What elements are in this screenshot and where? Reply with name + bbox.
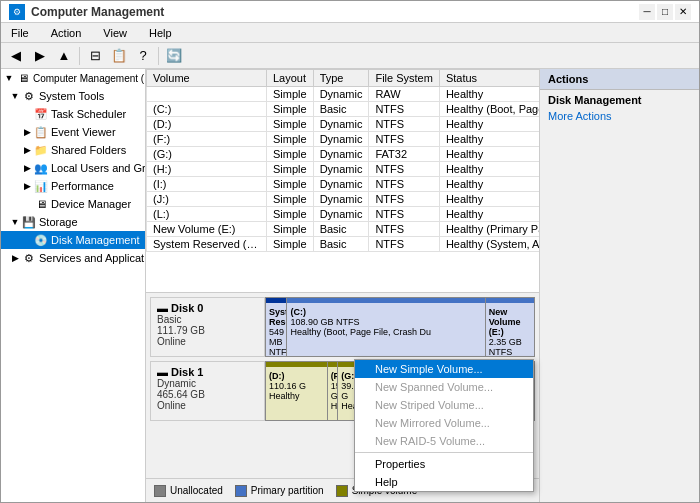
sidebar-item-system-tools[interactable]: ▼ ⚙ System Tools [1, 87, 145, 105]
table-row[interactable]: (J:)SimpleDynamicNTFSHealthy [147, 192, 540, 207]
table-row[interactable]: New Volume (E:)SimpleBasicNTFSHealthy (P… [147, 222, 540, 237]
col-type[interactable]: Type [313, 70, 369, 87]
shared-folders-icon: 📁 [33, 142, 49, 158]
tree-toggle[interactable]: ▶ [21, 180, 33, 192]
minimize-button[interactable]: ─ [639, 4, 655, 20]
sidebar-item-local-users[interactable]: ▶ 👥 Local Users and Groups [1, 159, 145, 177]
legend-primary-label: Primary partition [251, 485, 324, 496]
tree-toggle[interactable]: ▼ [9, 90, 21, 102]
context-menu: New Simple Volume... New Spanned Volume.… [354, 359, 534, 492]
legend-unallocated-label: Unallocated [170, 485, 223, 496]
context-menu-new-simple[interactable]: New Simple Volume... [355, 360, 533, 378]
sidebar-item-storage[interactable]: ▼ 💾 Storage [1, 213, 145, 231]
context-menu-separator [355, 452, 533, 453]
cell-status-1: Healthy (Boot, Page File, Crash Dump, Pr… [439, 102, 539, 117]
toolbar-properties[interactable]: 📋 [108, 45, 130, 67]
actions-header: Actions [540, 69, 699, 90]
table-row[interactable]: (G:)SimpleDynamicFAT32Healthy [147, 147, 540, 162]
partition-d-size: 110.16 G [269, 381, 324, 391]
context-menu-new-mirrored[interactable]: New Mirrored Volume... [355, 414, 533, 432]
disk-row-0: ▬ Disk 0 Basic 111.79 GB Online System R… [150, 297, 535, 357]
cell-layout-3: Simple [267, 132, 314, 147]
sidebar-item-disk-management[interactable]: ▶ 💿 Disk Management [1, 231, 145, 249]
cell-status-4: Healthy [439, 147, 539, 162]
partition-f[interactable]: (F:) 15.87 G Health [328, 362, 339, 420]
partition-e[interactable]: New Volume (E:) 2.35 GB NTFS Healthy (Pr… [486, 298, 534, 356]
tree-toggle[interactable]: ▼ [9, 216, 21, 228]
toolbar-back[interactable]: ◀ [5, 45, 27, 67]
partition-c[interactable]: (C:) 108.90 GB NTFS Healthy (Boot, Page … [287, 298, 485, 356]
col-status[interactable]: Status [439, 70, 539, 87]
table-row[interactable]: (F:)SimpleDynamicNTFSHealthy [147, 132, 540, 147]
partition-d[interactable]: (D:) 110.16 G Healthy [266, 362, 328, 420]
col-volume[interactable]: Volume [147, 70, 267, 87]
col-filesystem[interactable]: File System [369, 70, 439, 87]
toolbar-up[interactable]: ▲ [53, 45, 75, 67]
tree-toggle[interactable]: ▶ [21, 108, 33, 120]
table-row[interactable]: (I:)SimpleDynamicNTFSHealthy [147, 177, 540, 192]
sidebar-item-event-viewer[interactable]: ▶ 📋 Event Viewer [1, 123, 145, 141]
cell-type-9: Basic [313, 222, 369, 237]
table-row[interactable]: (C:)SimpleBasicNTFSHealthy (Boot, Page F… [147, 102, 540, 117]
menu-action[interactable]: Action [45, 25, 88, 41]
maximize-button[interactable]: □ [657, 4, 673, 20]
tree-toggle[interactable]: ▶ [21, 144, 33, 156]
system-tools-icon: ⚙ [21, 88, 37, 104]
partition-f-size: 15.87 G [331, 381, 335, 401]
toolbar-refresh[interactable]: 🔄 [163, 45, 185, 67]
cell-status-5: Healthy [439, 162, 539, 177]
sidebar-item-device-manager[interactable]: ▶ 🖥 Device Manager [1, 195, 145, 213]
cell-type-4: Dynamic [313, 147, 369, 162]
cell-type-2: Dynamic [313, 117, 369, 132]
tree-toggle[interactable]: ▶ [21, 162, 33, 174]
disk-table-area[interactable]: Volume Layout Type File System Status Si… [146, 69, 539, 293]
col-layout[interactable]: Layout [267, 70, 314, 87]
table-row[interactable]: (L:)SimpleDynamicNTFSHealthy [147, 207, 540, 222]
window-controls[interactable]: ─ □ ✕ [639, 4, 691, 20]
menu-view[interactable]: View [97, 25, 133, 41]
toolbar-forward[interactable]: ▶ [29, 45, 51, 67]
menu-file[interactable]: File [5, 25, 35, 41]
sidebar-item-performance[interactable]: ▶ 📊 Performance [1, 177, 145, 195]
table-row[interactable]: (H:)SimpleDynamicNTFSHealthy [147, 162, 540, 177]
toolbar-help[interactable]: ? [132, 45, 154, 67]
context-menu-new-raid5[interactable]: New RAID-5 Volume... [355, 432, 533, 450]
sidebar-item-task-scheduler[interactable]: ▶ 📅 Task Scheduler [1, 105, 145, 123]
partition-f-name: (F:) [331, 371, 335, 381]
cell-fs-2: NTFS [369, 117, 439, 132]
sidebar-item-services[interactable]: ▶ ⚙ Services and Applications [1, 249, 145, 267]
cell-status-8: Healthy [439, 207, 539, 222]
tree-toggle[interactable]: ▶ [21, 198, 33, 210]
table-row[interactable]: (D:)SimpleDynamicNTFSHealthy [147, 117, 540, 132]
cell-type-8: Dynamic [313, 207, 369, 222]
close-button[interactable]: ✕ [675, 4, 691, 20]
context-menu-properties[interactable]: Properties [355, 455, 533, 473]
actions-more-link[interactable]: More Actions [540, 108, 699, 124]
tree-toggle[interactable]: ▶ [21, 234, 33, 246]
table-row[interactable]: SimpleDynamicRAWHealthy [147, 87, 540, 102]
partition-e-size: 2.35 GB NTFS [489, 337, 531, 356]
cell-status-6: Healthy [439, 177, 539, 192]
table-row[interactable]: System Reserved (K:)SimpleBasicNTFSHealt… [147, 237, 540, 252]
partition-system-reserve[interactable]: System Reserve 549 MB NTFS Healthy (Syst… [266, 298, 287, 356]
context-menu-new-striped[interactable]: New Striped Volume... [355, 396, 533, 414]
tree-toggle-event[interactable]: ▶ [21, 126, 33, 138]
sidebar-item-shared-folders[interactable]: ▶ 📁 Shared Folders [1, 141, 145, 159]
tree-toggle[interactable]: ▶ [9, 252, 21, 264]
cell-status-2: Healthy [439, 117, 539, 132]
disk-0-title: ▬ Disk 0 [157, 302, 258, 314]
toolbar-show-hide[interactable]: ⊟ [84, 45, 106, 67]
menu-help[interactable]: Help [143, 25, 178, 41]
context-menu-help[interactable]: Help [355, 473, 533, 491]
cell-volume-3: (F:) [147, 132, 267, 147]
cell-volume-4: (G:) [147, 147, 267, 162]
sidebar-item-root[interactable]: ▼ 🖥 Computer Management (Local [1, 69, 145, 87]
disk-0-type: Basic [157, 314, 258, 325]
toolbar-sep-2 [158, 47, 159, 65]
sidebar-label-shared-folders: Shared Folders [51, 144, 126, 156]
context-menu-new-spanned[interactable]: New Spanned Volume... [355, 378, 533, 396]
window-title: Computer Management [31, 5, 633, 19]
tree-toggle[interactable]: ▼ [3, 72, 15, 84]
cell-layout-5: Simple [267, 162, 314, 177]
cell-layout-8: Simple [267, 207, 314, 222]
